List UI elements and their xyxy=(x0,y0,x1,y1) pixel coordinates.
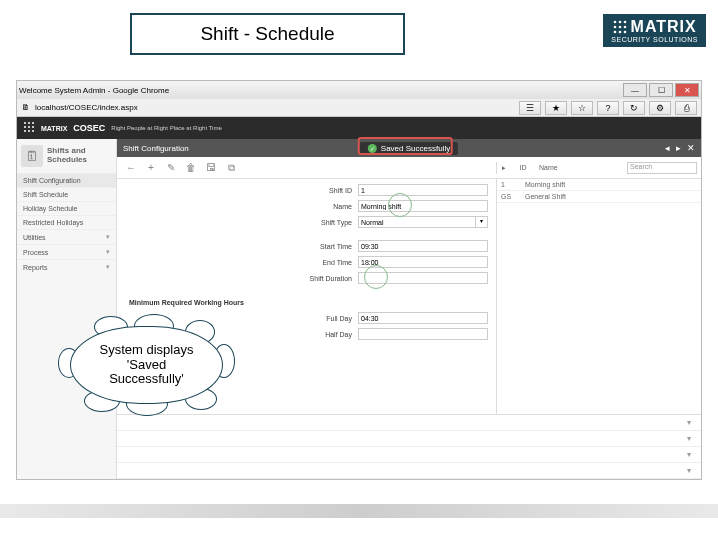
success-toast: ✓ Saved Successfully xyxy=(360,142,458,155)
sidebar-header: 🗓 Shifts and Schedules xyxy=(17,139,116,173)
success-text: Saved Successfully xyxy=(381,144,450,153)
url-text[interactable]: localhost/COSEC/index.aspx xyxy=(35,103,138,112)
svg-point-17 xyxy=(32,130,34,132)
action-toolbar: ← + ✎ 🗑 🖫 ⧉ ▸ ID Name Search xyxy=(117,157,701,179)
toolbar-help-icon[interactable]: ? xyxy=(597,101,619,115)
chevron-down-icon: ▾ xyxy=(687,434,691,443)
close-button[interactable]: ✕ xyxy=(675,83,699,97)
main-header: Shift Configuration ✓ Saved Successfully… xyxy=(117,139,701,157)
maximize-button[interactable]: ☐ xyxy=(649,83,673,97)
sidebar-item-restricted-holidays[interactable]: Restricted Holidays xyxy=(17,215,116,229)
slide-title: Shift - Schedule xyxy=(130,13,405,55)
list-col-id: ID xyxy=(511,164,535,171)
brand-name: MATRIX xyxy=(631,18,697,36)
svg-point-11 xyxy=(32,122,34,124)
page-icon: 🗎 xyxy=(21,103,31,113)
callout-cloud: System displays 'Saved Successfully' xyxy=(64,320,229,410)
end-time-label: End Time xyxy=(121,259,358,266)
copy-icon[interactable]: ⧉ xyxy=(225,162,237,174)
name-field[interactable] xyxy=(358,200,488,212)
minimize-button[interactable]: — xyxy=(623,83,647,97)
svg-point-8 xyxy=(623,31,626,34)
app-brand: MATRIX xyxy=(41,125,67,132)
window-controls: — ☐ ✕ xyxy=(623,83,699,97)
toolbar-fav-icon[interactable]: ☆ xyxy=(571,101,593,115)
main-title: Shift Configuration xyxy=(117,144,195,153)
svg-point-7 xyxy=(618,31,621,34)
sidebar-title-line2: Schedules xyxy=(47,156,87,165)
matrix-logo: MATRIX SECURITY SOLUTIONS xyxy=(603,14,706,47)
svg-point-10 xyxy=(28,122,30,124)
add-icon[interactable]: + xyxy=(145,162,157,174)
dropdown-icon[interactable]: ▾ xyxy=(476,216,488,228)
browser-window: Welcome System Admin - Google Chrome — ☐… xyxy=(16,80,702,480)
svg-point-4 xyxy=(618,26,621,29)
callout-line3: Successfully' xyxy=(100,372,194,387)
svg-point-9 xyxy=(24,122,26,124)
app-logo-icon xyxy=(23,121,35,135)
name-label: Name xyxy=(121,203,358,210)
sidebar-item-process[interactable]: Process▾ xyxy=(17,244,116,259)
shift-duration-label: Shift Duration xyxy=(121,275,358,282)
toolbar-print-icon[interactable]: ⎙ xyxy=(675,101,697,115)
accordion-row[interactable]: ▾ xyxy=(117,431,701,447)
chevron-down-icon: ▾ xyxy=(106,263,110,271)
start-time-field[interactable] xyxy=(358,240,488,252)
close-panel-icon[interactable]: ✕ xyxy=(687,143,695,153)
search-input[interactable]: Search xyxy=(627,162,697,174)
sidebar-item-shift-configuration[interactable]: Shift Configuration xyxy=(17,173,116,187)
callout-line1: System displays xyxy=(100,343,194,358)
toolbar-settings-icon[interactable]: ⚙ xyxy=(649,101,671,115)
list-nav-icon[interactable]: ▸ xyxy=(497,164,511,172)
accordion-row[interactable]: ▾ xyxy=(117,415,701,431)
svg-point-16 xyxy=(28,130,30,132)
chevron-down-icon: ▾ xyxy=(687,450,691,459)
shift-id-field[interactable] xyxy=(358,184,488,196)
svg-point-13 xyxy=(28,126,30,128)
sidebar-item-shift-schedule[interactable]: Shift Schedule xyxy=(17,187,116,201)
brand-tagline: SECURITY SOLUTIONS xyxy=(611,36,698,43)
delete-icon[interactable]: 🗑 xyxy=(185,162,197,174)
list-item[interactable]: GS General Shift xyxy=(497,191,701,203)
window-title: Welcome System Admin - Google Chrome xyxy=(19,86,169,95)
shift-type-label: Shift Type xyxy=(121,219,358,226)
end-time-field[interactable] xyxy=(358,256,488,268)
svg-point-2 xyxy=(623,21,626,24)
svg-point-1 xyxy=(618,21,621,24)
back-icon[interactable]: ← xyxy=(125,162,137,174)
list-col-name: Name xyxy=(535,164,627,171)
sidebar-item-reports[interactable]: Reports▾ xyxy=(17,259,116,274)
shift-type-field[interactable] xyxy=(358,216,476,228)
accordion-group: ▾ ▾ ▾ ▾ xyxy=(117,414,701,479)
shift-duration-field[interactable] xyxy=(358,272,488,284)
full-day-field[interactable] xyxy=(358,312,488,324)
sidebar-item-holiday-schedule[interactable]: Holiday Schedule xyxy=(17,201,116,215)
list-item[interactable]: 1 Morning shift xyxy=(497,179,701,191)
logo-dots-icon xyxy=(613,18,627,36)
main-panel: Shift Configuration ✓ Saved Successfully… xyxy=(117,139,701,479)
toolbar-refresh-icon[interactable]: ↻ xyxy=(623,101,645,115)
accordion-row[interactable]: ▾ xyxy=(117,447,701,463)
save-icon[interactable]: 🖫 xyxy=(205,162,217,174)
next-icon[interactable]: ▸ xyxy=(676,143,681,153)
callout-line2: 'Saved xyxy=(100,358,194,373)
prev-icon[interactable]: ◂ xyxy=(665,143,670,153)
shift-list: 1 Morning shift GS General Shift xyxy=(496,179,701,414)
bottom-strip xyxy=(0,504,718,518)
list-header: ▸ ID Name Search xyxy=(496,162,701,174)
sidebar-item-utilities[interactable]: Utilities▾ xyxy=(17,229,116,244)
section-min-hours: Minimum Required Working Hours xyxy=(121,299,358,306)
chevron-down-icon: ▾ xyxy=(687,466,691,475)
app-product: COSEC xyxy=(73,123,105,133)
svg-point-3 xyxy=(613,26,616,29)
toolbar-menu-icon[interactable]: ☰ xyxy=(519,101,541,115)
svg-point-6 xyxy=(613,31,616,34)
half-day-field[interactable] xyxy=(358,328,488,340)
app-header: MATRIX COSEC Right People at Right Place… xyxy=(17,117,701,139)
start-time-label: Start Time xyxy=(121,243,358,250)
svg-point-12 xyxy=(24,126,26,128)
app-tagline: Right People at Right Place at Right Tim… xyxy=(111,125,221,131)
toolbar-star-icon[interactable]: ★ xyxy=(545,101,567,115)
accordion-row[interactable]: ▾ xyxy=(117,463,701,479)
edit-icon[interactable]: ✎ xyxy=(165,162,177,174)
